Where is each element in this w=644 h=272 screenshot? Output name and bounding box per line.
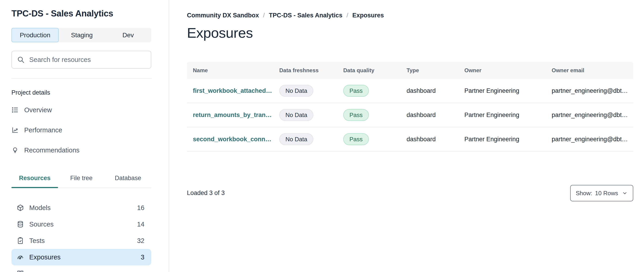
breadcrumb-account[interactable]: Community DX Sandbox — [187, 12, 259, 19]
resource-tabs: Resources File tree Database — [12, 175, 151, 188]
sidebar: TPC-DS - Sales Analytics Production Stag… — [0, 0, 169, 272]
tab-resources[interactable]: Resources — [12, 175, 58, 188]
quality-badge: Pass — [343, 133, 369, 145]
sidebar-item-overview[interactable]: Overview — [12, 100, 151, 120]
search-icon — [17, 56, 25, 64]
breadcrumb: Community DX Sandbox / TPC-DS - Sales An… — [187, 12, 384, 19]
breadcrumb-separator: / — [346, 12, 348, 19]
project-details-label: Project details — [12, 89, 50, 96]
list-icon — [12, 106, 19, 114]
resource-count: 32 — [137, 237, 144, 244]
type-cell: dashboard — [406, 136, 464, 143]
sidebar-item-label: Overview — [24, 106, 52, 114]
resource-label: Models — [29, 204, 132, 212]
owner-cell: Partner Engineering — [464, 112, 552, 119]
project-nav: Overview Performance Recommendations — [12, 100, 151, 160]
type-cell: dashboard — [406, 87, 464, 94]
show-label: Show: — [576, 190, 592, 197]
main-content: Community DX Sandbox / TPC-DS - Sales An… — [169, 0, 644, 272]
freshness-badge: No Data — [279, 133, 313, 145]
lightbulb-icon — [12, 146, 19, 154]
tab-file-tree[interactable]: File tree — [58, 175, 105, 188]
cube-icon — [16, 204, 24, 212]
table-row: first_workbook_attached… No Data Pass da… — [187, 79, 633, 103]
sidebar-partial-item[interactable] — [12, 265, 151, 272]
column-header-data-quality: Data quality — [343, 67, 406, 74]
resource-count: 16 — [137, 204, 144, 212]
breadcrumb-project[interactable]: TPC-DS - Sales Analytics — [269, 12, 342, 19]
column-header-name: Name — [193, 67, 279, 74]
exposures-table: Name Data freshness Data quality Type Ow… — [187, 62, 633, 152]
sidebar-item-sources[interactable]: Sources 14 — [12, 216, 151, 232]
type-cell: dashboard — [406, 112, 464, 119]
chart-line-icon — [12, 126, 19, 134]
column-header-data-freshness: Data freshness — [279, 67, 343, 74]
owner-cell: Partner Engineering — [464, 87, 552, 94]
owner-email-cell: partner_engineering@dbt… — [552, 112, 627, 119]
sidebar-item-recommendations[interactable]: Recommendations — [12, 140, 151, 160]
loaded-status: Loaded 3 of 3 — [187, 190, 225, 196]
sidebar-item-tests[interactable]: Tests 32 — [12, 232, 151, 249]
owner-cell: Partner Engineering — [464, 136, 552, 143]
grid-icon — [16, 270, 24, 272]
resource-list: Models 16 Sources 14 Tests 32 — [12, 200, 151, 272]
sidebar-item-exposures[interactable]: Exposures 3 — [12, 249, 151, 265]
search-input[interactable] — [29, 53, 151, 66]
exposure-name-link[interactable]: second_workbook_conn… — [193, 136, 272, 143]
tab-staging[interactable]: Staging — [59, 28, 105, 42]
gauge-icon — [16, 253, 24, 261]
project-title: TPC-DS - Sales Analytics — [12, 9, 113, 18]
show-value: 10 Rows — [595, 190, 618, 197]
table-row: second_workbook_conn… No Data Pass dashb… — [187, 127, 633, 152]
resource-count: 14 — [137, 220, 144, 228]
quality-badge: Pass — [343, 85, 369, 97]
sidebar-item-performance[interactable]: Performance — [12, 120, 151, 140]
page-title: Exposures — [187, 25, 253, 41]
owner-email-cell: partner_engineering@dbt… — [552, 136, 627, 143]
table-row: return_amounts_by_tran… No Data Pass das… — [187, 103, 633, 127]
tab-database[interactable]: Database — [105, 175, 151, 188]
database-icon — [16, 220, 24, 228]
resource-label: Exposures — [29, 254, 136, 261]
environment-tabs: Production Staging Dev — [12, 28, 151, 42]
resource-count: 3 — [141, 254, 144, 261]
chevron-down-icon — [622, 190, 628, 196]
column-header-owner-email: Owner email — [552, 67, 627, 74]
quality-badge: Pass — [343, 109, 369, 121]
exposure-name-link[interactable]: return_amounts_by_tran… — [193, 112, 272, 118]
sidebar-item-models[interactable]: Models 16 — [12, 200, 151, 216]
breadcrumb-current: Exposures — [352, 12, 384, 19]
column-header-type: Type — [406, 67, 464, 74]
rows-per-page-dropdown[interactable]: Show: 10 Rows — [570, 185, 633, 201]
owner-email-cell: partner_engineering@dbt… — [552, 87, 627, 94]
freshness-badge: No Data — [279, 109, 313, 121]
breadcrumb-separator: / — [263, 12, 265, 19]
exposure-name-link[interactable]: first_workbook_attached… — [193, 87, 272, 94]
resource-label: Tests — [29, 237, 132, 244]
sidebar-item-label: Performance — [24, 126, 62, 134]
column-header-owner: Owner — [464, 67, 552, 74]
freshness-badge: No Data — [279, 85, 313, 97]
table-header-row: Name Data freshness Data quality Type Ow… — [187, 62, 633, 79]
clipboard-check-icon — [16, 237, 24, 244]
resource-label: Sources — [29, 220, 132, 228]
sidebar-divider — [12, 78, 152, 79]
tab-production[interactable]: Production — [12, 28, 59, 42]
sidebar-item-label: Recommendations — [24, 146, 80, 154]
search-box — [12, 51, 151, 68]
tab-dev[interactable]: Dev — [105, 28, 151, 42]
